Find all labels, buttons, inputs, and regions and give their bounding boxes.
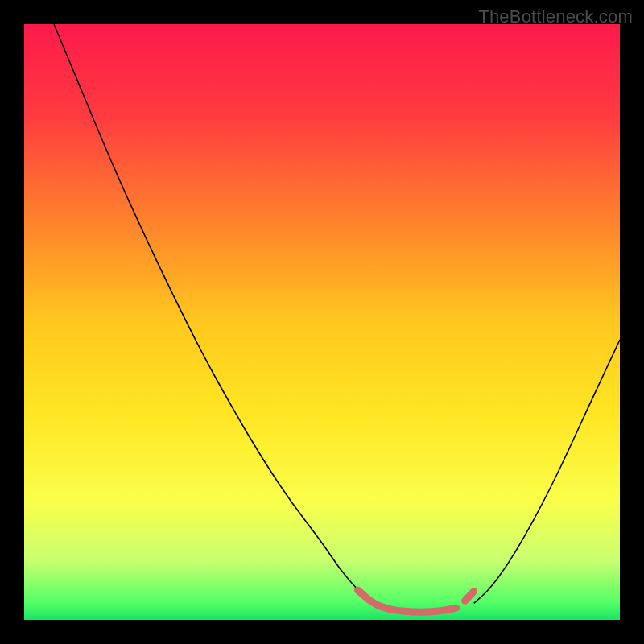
series-left-curve: [54, 24, 373, 603]
series-right-curve: [474, 340, 620, 603]
curve-layer: [24, 24, 620, 620]
chart-frame: TheBottleneck.com: [0, 0, 644, 644]
series-valley-segment: [357, 590, 456, 612]
series-valley-dot-right: [465, 591, 474, 601]
watermark-text: TheBottleneck.com: [478, 6, 633, 27]
plot-area: [24, 24, 620, 620]
